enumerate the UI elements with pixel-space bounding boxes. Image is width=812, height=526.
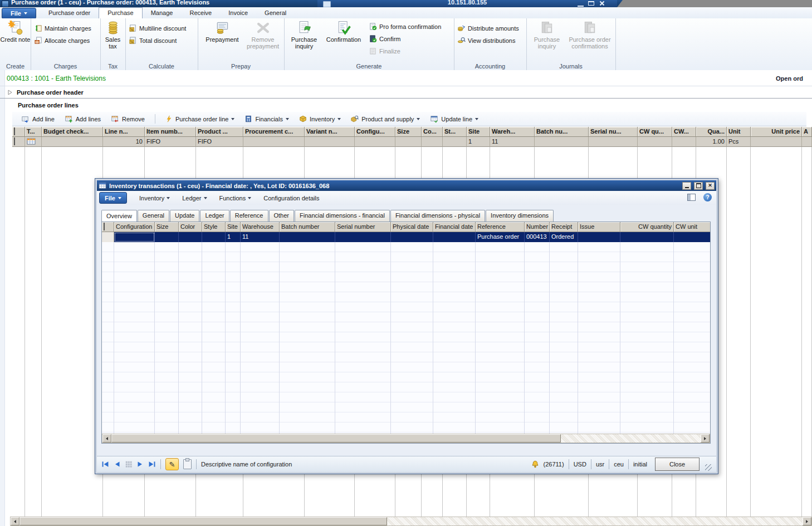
edit-record-button[interactable]: ✎ <box>165 458 179 470</box>
col-site[interactable]: Site <box>226 222 241 232</box>
cell-serial[interactable] <box>589 137 638 147</box>
cell-batch-number[interactable] <box>280 232 335 242</box>
cell-physical-date[interactable] <box>391 232 433 242</box>
col-color[interactable]: Color <box>179 222 202 232</box>
row-type-cell[interactable] <box>25 137 42 147</box>
last-record-icon[interactable] <box>148 460 156 468</box>
main-horizontal-scrollbar[interactable] <box>10 517 812 526</box>
purchase-order-header-section[interactable]: Purchase order header <box>0 87 812 99</box>
cell-color[interactable] <box>422 137 443 147</box>
purchase-inquiry-button[interactable]: Purchase inquiry <box>287 20 321 50</box>
inventory-transaction-row[interactable]: 1 11 Purchase order 000413 Ordered <box>102 232 710 242</box>
cell-serial-number[interactable] <box>335 232 391 242</box>
cell-unit[interactable]: Pcs <box>727 137 751 147</box>
col-configuration[interactable]: Configu... <box>355 127 395 137</box>
scroll-right-button[interactable] <box>701 434 710 443</box>
col-color[interactable]: Co... <box>422 127 443 137</box>
multiline-discount-button[interactable]: Multiline discount <box>129 23 186 33</box>
cell-cw-quantity[interactable] <box>620 232 674 242</box>
dialog-close-button[interactable]: ✕ <box>706 182 715 190</box>
cell-line-number[interactable]: 10 <box>103 137 145 147</box>
tab-general[interactable]: General <box>256 7 295 18</box>
restore-icon[interactable] <box>588 1 594 6</box>
file-menu-button[interactable]: File <box>2 8 36 19</box>
journal-purchase-inquiry-button[interactable]: Purchase inquiry <box>530 20 564 50</box>
col-batch-number[interactable]: Batch number <box>280 222 335 232</box>
scroll-right-button[interactable] <box>803 517 811 525</box>
tab-other[interactable]: Other <box>269 210 295 222</box>
dialog-maximize-button[interactable] <box>694 182 703 190</box>
col-warehouse[interactable]: Wareh... <box>490 127 535 137</box>
notification-bell-icon[interactable] <box>531 460 539 468</box>
close-icon[interactable] <box>599 1 605 6</box>
cell-reference[interactable]: Purchase order <box>476 232 525 242</box>
dialog-configuration-details[interactable]: Configuration details <box>263 195 319 201</box>
cell-warehouse[interactable]: 11 <box>241 232 280 242</box>
col-size[interactable]: Size <box>155 222 179 232</box>
cell-warehouse[interactable]: 11 <box>490 137 535 147</box>
checkbox[interactable] <box>14 137 15 145</box>
tab-fin-dim-physical[interactable]: Financial dimensions - physical <box>390 210 485 222</box>
row-select-cell[interactable] <box>102 232 114 242</box>
tab-purchase-order[interactable]: Purchase order <box>40 7 99 18</box>
financials-menu[interactable]: Financials <box>244 115 289 123</box>
tab-inventory-dimensions[interactable]: Inventory dimensions <box>486 210 554 222</box>
select-all-header[interactable] <box>102 222 114 232</box>
col-quantity[interactable]: Qua... <box>696 127 727 137</box>
tab-receive[interactable]: Receive <box>181 7 220 18</box>
cell-amount[interactable] <box>802 137 812 147</box>
distribute-amounts-button[interactable]: Distribute amounts <box>457 23 519 33</box>
row-select-cell[interactable] <box>12 137 25 147</box>
col-item-number[interactable]: Item numb... <box>145 127 196 137</box>
scroll-left-button[interactable] <box>102 434 111 443</box>
scrollbar-track[interactable] <box>387 517 803 525</box>
cell-size[interactable] <box>155 232 179 242</box>
tab-overview[interactable]: Overview <box>101 210 137 222</box>
col-issue[interactable]: Issue <box>578 222 620 232</box>
cell-budget-check[interactable] <box>42 137 103 147</box>
cell-receipt[interactable]: Ordered <box>550 232 578 242</box>
col-cw-unit[interactable]: CW... <box>672 127 696 137</box>
col-unit-price[interactable]: Unit price <box>751 127 802 137</box>
dialog-file-menu[interactable]: File <box>99 192 127 204</box>
cell-product[interactable]: FIFO <box>196 137 243 147</box>
grid-view-icon[interactable] <box>125 460 133 468</box>
col-receipt[interactable]: Receipt <box>550 222 578 232</box>
view-distributions-button[interactable]: View distributions <box>457 35 515 46</box>
cell-financial-date[interactable] <box>433 232 476 242</box>
purchase-order-line-row[interactable]: 10 FIFO FIFO 1 11 1.00 Pcs <box>12 137 812 147</box>
cell-configuration[interactable] <box>355 137 395 147</box>
dialog-horizontal-scrollbar[interactable] <box>102 434 710 443</box>
status-company[interactable]: ceu <box>614 461 624 468</box>
col-unit[interactable]: Unit <box>727 127 751 137</box>
next-record-icon[interactable] <box>137 460 144 468</box>
clipboard-icon[interactable] <box>183 459 192 469</box>
col-reference[interactable]: Reference <box>476 222 525 232</box>
credit-note-button[interactable]: Credit note <box>0 20 31 43</box>
cell-cw-unit[interactable] <box>674 232 711 242</box>
resize-grip[interactable] <box>705 464 712 471</box>
dialog-titlebar[interactable]: Inventory transactions (1 - ceu) - Finan… <box>97 180 716 191</box>
cell-size[interactable] <box>395 137 422 147</box>
add-lines-button[interactable]: Add lines <box>65 115 101 123</box>
scrollbar-thumb[interactable] <box>111 434 561 443</box>
prepayment-button[interactable]: Prepayment <box>203 20 241 43</box>
dialog-minimize-button[interactable] <box>682 182 691 190</box>
help-icon[interactable]: ? <box>703 193 712 201</box>
maintain-charges-button[interactable]: Maintain charges <box>34 23 91 33</box>
minimize-icon[interactable] <box>578 1 584 7</box>
checkbox[interactable] <box>104 223 105 230</box>
scrollbar-thumb[interactable] <box>19 517 387 525</box>
tab-purchase[interactable]: Purchase <box>99 7 142 18</box>
inventory-menu[interactable]: Inventory <box>299 115 341 123</box>
cell-style[interactable] <box>202 232 226 242</box>
confirmation-button[interactable]: Confirmation <box>322 20 365 43</box>
dialog-functions-menu[interactable]: Functions <box>219 195 252 201</box>
col-budget-check[interactable]: Budget check... <box>42 127 103 137</box>
cell-configuration[interactable] <box>114 232 155 242</box>
col-number[interactable]: Number <box>525 222 550 232</box>
col-style[interactable]: Style <box>202 222 226 232</box>
col-procurement[interactable]: Procurement c... <box>243 127 305 137</box>
tab-ledger[interactable]: Ledger <box>200 210 229 222</box>
first-record-icon[interactable] <box>101 460 109 468</box>
